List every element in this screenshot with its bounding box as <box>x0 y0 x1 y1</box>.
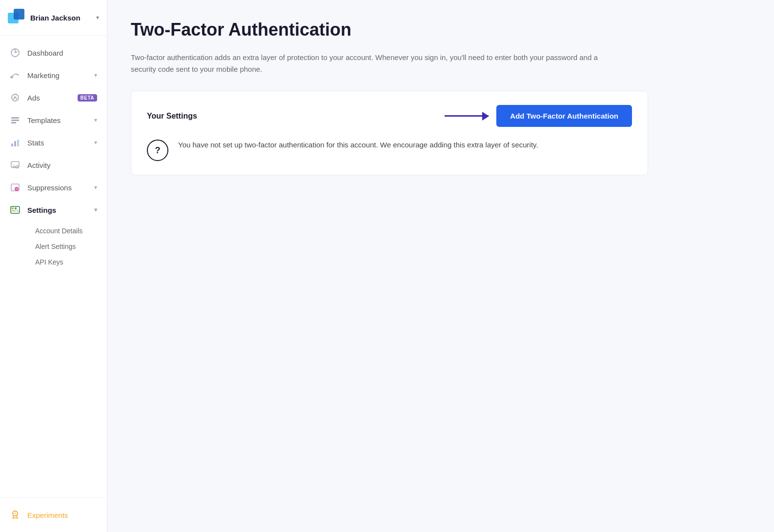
stats-chevron-icon: ▾ <box>94 139 97 146</box>
add-two-factor-button[interactable]: Add Two-Factor Authentication <box>496 105 632 127</box>
svg-rect-22 <box>17 210 19 211</box>
activity-label: Activity <box>27 161 97 169</box>
stats-label: Stats <box>27 139 87 147</box>
page-title: Two-Factor Authentication <box>131 20 751 40</box>
main-nav: Dashboard Marketing ▾ Ads <box>0 36 107 497</box>
svg-rect-19 <box>12 207 14 209</box>
settings-chevron-icon: ▾ <box>94 206 97 213</box>
dashboard-icon <box>10 47 20 58</box>
card-body: ? You have not set up two-factor authent… <box>147 139 632 161</box>
user-profile[interactable]: Brian Jackson ▾ <box>0 0 107 36</box>
suppressions-icon <box>10 182 20 193</box>
svg-rect-7 <box>11 120 19 121</box>
sidebar-item-marketing[interactable]: Marketing ▾ <box>0 64 107 86</box>
svg-rect-6 <box>11 117 19 119</box>
experiments-icon <box>10 510 20 520</box>
sidebar-item-templates[interactable]: Templates ▾ <box>0 109 107 131</box>
sidebar-item-stats[interactable]: Stats ▾ <box>0 131 107 154</box>
username-label: Brian Jackson <box>30 14 91 22</box>
marketing-icon <box>10 70 20 81</box>
marketing-label: Marketing <box>27 71 87 80</box>
dashboard-label: Dashboard <box>27 49 97 57</box>
templates-icon <box>10 115 20 125</box>
settings-sub-nav: Account Details Alert Settings API Keys <box>0 221 107 272</box>
user-chevron-icon: ▾ <box>96 14 99 21</box>
svg-rect-10 <box>14 141 16 146</box>
sidebar-item-experiments[interactable]: Experiments <box>0 504 107 526</box>
sub-nav-api-keys[interactable]: API Keys <box>27 254 107 270</box>
svg-rect-1 <box>14 9 24 20</box>
sidebar-item-suppressions[interactable]: Suppressions ▾ <box>0 176 107 199</box>
sidebar-item-settings[interactable]: Settings ▾ <box>0 199 107 221</box>
svg-rect-8 <box>11 122 16 123</box>
card-header: Your Settings Add Two-Factor Authenticat… <box>147 105 632 127</box>
svg-rect-9 <box>11 143 13 146</box>
activity-icon <box>10 160 20 170</box>
settings-message: You have not set up two-factor authentic… <box>178 139 538 151</box>
settings-icon <box>10 205 20 215</box>
svg-rect-20 <box>15 207 17 209</box>
app-logo <box>8 9 25 26</box>
sidebar: Brian Jackson ▾ Dashboard Marke <box>0 0 107 532</box>
page-description: Two-factor authentication adds an extra … <box>131 52 619 75</box>
svg-line-17 <box>16 188 17 189</box>
svg-point-13 <box>13 166 15 168</box>
svg-point-24 <box>14 512 16 514</box>
sub-nav-alert-settings[interactable]: Alert Settings <box>27 239 107 254</box>
ads-icon <box>10 92 20 103</box>
sub-nav-account-details[interactable]: Account Details <box>27 223 107 239</box>
card-title: Your Settings <box>147 112 197 121</box>
templates-chevron-icon: ▾ <box>94 117 97 123</box>
arrow-button-group: Add Two-Factor Authentication <box>445 105 632 127</box>
main-content: Two-Factor Authentication Two-factor aut… <box>107 0 774 532</box>
suppressions-label: Suppressions <box>27 184 87 192</box>
arrow-graphic <box>445 115 489 117</box>
marketing-chevron-icon: ▾ <box>94 72 97 79</box>
arrow-line <box>445 115 489 117</box>
experiments-label: Experiments <box>27 511 68 519</box>
svg-rect-21 <box>12 210 16 211</box>
stats-icon <box>10 137 20 148</box>
templates-label: Templates <box>27 116 87 124</box>
settings-label: Settings <box>27 206 87 214</box>
suppressions-chevron-icon: ▾ <box>94 184 97 191</box>
sidebar-item-dashboard[interactable]: Dashboard <box>0 41 107 64</box>
ads-label: Ads <box>27 94 69 102</box>
beta-badge: BETA <box>78 94 97 102</box>
question-icon: ? <box>147 140 168 161</box>
svg-rect-11 <box>17 140 19 146</box>
sidebar-footer: Experiments <box>0 497 107 532</box>
sidebar-item-activity[interactable]: Activity <box>0 154 107 176</box>
two-factor-settings-card: Your Settings Add Two-Factor Authenticat… <box>131 91 648 175</box>
sidebar-item-ads[interactable]: Ads BETA <box>0 86 107 109</box>
